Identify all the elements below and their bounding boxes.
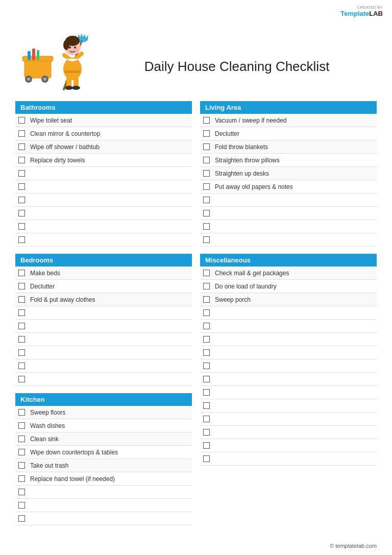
empty-list-item[interactable] [200,386,377,399]
list-item[interactable]: Wipe toilet seat [15,114,192,127]
empty-list-item[interactable] [15,359,192,373]
list-item[interactable]: Fold & put away clothes [15,293,192,306]
empty-list-item[interactable] [15,233,192,247]
checkbox-icon[interactable] [203,197,210,203]
empty-list-item[interactable] [200,359,377,373]
empty-list-item[interactable] [200,373,377,386]
empty-list-item[interactable] [200,399,377,413]
checkbox-icon[interactable] [18,502,25,509]
empty-list-item[interactable] [200,452,377,466]
checkbox-icon[interactable] [203,223,210,230]
empty-list-item[interactable] [200,306,377,320]
list-item[interactable]: Declutter [200,127,377,140]
list-item[interactable]: Replace hand towel (if needed) [15,472,192,486]
checkbox-icon[interactable] [18,309,25,316]
checkbox-icon[interactable] [18,515,25,522]
list-item[interactable]: Vacuum / sweep if needed [200,114,377,127]
empty-list-item[interactable] [200,320,377,333]
checkbox-icon[interactable] [203,143,210,150]
empty-list-item[interactable] [15,333,192,346]
empty-list-item[interactable] [200,333,377,346]
checkbox-icon[interactable] [18,436,25,442]
checkbox-icon[interactable] [18,349,25,356]
empty-list-item[interactable] [15,346,192,359]
checkbox-icon[interactable] [203,455,210,462]
empty-list-item[interactable] [15,167,192,180]
list-item[interactable]: Straighten up desks [200,167,377,180]
empty-list-item[interactable] [200,413,377,426]
list-item[interactable]: Clean sink [15,432,192,446]
checkbox-icon[interactable] [18,462,25,469]
checkbox-icon[interactable] [203,349,210,356]
checkbox-icon[interactable] [18,197,25,203]
checkbox-icon[interactable] [18,170,25,177]
checkbox-icon[interactable] [18,296,25,303]
checkbox-icon[interactable] [18,422,25,429]
list-item[interactable]: Wash dishes [15,419,192,432]
empty-list-item[interactable] [200,233,377,247]
checkbox-icon[interactable] [18,143,25,150]
checkbox-icon[interactable] [203,402,210,409]
checkbox-icon[interactable] [18,283,25,289]
list-item[interactable]: Take out trash [15,459,192,472]
checkbox-icon[interactable] [18,336,25,343]
checkbox-icon[interactable] [203,117,210,124]
checkbox-icon[interactable] [203,429,210,436]
checkbox-icon[interactable] [203,236,210,243]
checkbox-icon[interactable] [18,409,25,416]
checkbox-icon[interactable] [18,376,25,382]
empty-list-item[interactable] [15,207,192,220]
list-item[interactable]: Make beds [15,267,192,280]
empty-list-item[interactable] [15,373,192,386]
empty-list-item[interactable] [15,306,192,320]
checkbox-icon[interactable] [18,210,25,216]
empty-list-item[interactable] [200,194,377,207]
checkbox-icon[interactable] [203,309,210,316]
checkbox-icon[interactable] [18,236,25,243]
checkbox-icon[interactable] [203,296,210,303]
checkbox-icon[interactable] [203,363,210,369]
checkbox-icon[interactable] [203,170,210,177]
checkbox-icon[interactable] [203,183,210,190]
list-item[interactable]: Declutter [15,280,192,293]
list-item[interactable]: Sweep porch [200,293,377,306]
checkbox-icon[interactable] [203,323,210,329]
list-item[interactable]: Wipe off shower / bathtub [15,140,192,154]
empty-list-item[interactable] [200,426,377,439]
empty-list-item[interactable] [15,180,192,194]
checkbox-icon[interactable] [203,283,210,289]
empty-list-item[interactable] [200,439,377,452]
empty-list-item[interactable] [15,220,192,233]
checkbox-icon[interactable] [203,157,210,163]
list-item[interactable]: Wipe down countertops & tables [15,446,192,459]
empty-list-item[interactable] [15,486,192,499]
checkbox-icon[interactable] [18,449,25,455]
checkbox-icon[interactable] [18,489,25,495]
empty-list-item[interactable] [200,220,377,233]
checkbox-icon[interactable] [203,416,210,422]
checkbox-icon[interactable] [203,389,210,396]
checkbox-icon[interactable] [18,223,25,230]
checkbox-icon[interactable] [18,117,25,124]
checkbox-icon[interactable] [203,442,210,449]
list-item[interactable]: Do one load of laundry [200,280,377,293]
list-item[interactable]: Put away old papers & notes [200,180,377,194]
checkbox-icon[interactable] [18,183,25,190]
list-item[interactable]: Sweep floors [15,406,192,419]
empty-list-item[interactable] [15,194,192,207]
empty-list-item[interactable] [15,512,192,525]
checkbox-icon[interactable] [203,336,210,343]
checkbox-icon[interactable] [18,130,25,137]
checkbox-icon[interactable] [18,157,25,163]
checkbox-icon[interactable] [18,270,25,276]
empty-list-item[interactable] [200,346,377,359]
empty-list-item[interactable] [200,207,377,220]
checkbox-icon[interactable] [203,270,210,276]
empty-list-item[interactable] [15,499,192,512]
checkbox-icon[interactable] [203,130,210,137]
checkbox-icon[interactable] [18,475,25,482]
list-item[interactable]: Straighten throw pillows [200,154,377,167]
checkbox-icon[interactable] [203,376,210,382]
list-item[interactable]: Fold throw blankets [200,140,377,154]
list-item[interactable]: Clean mirror & countertop [15,127,192,140]
